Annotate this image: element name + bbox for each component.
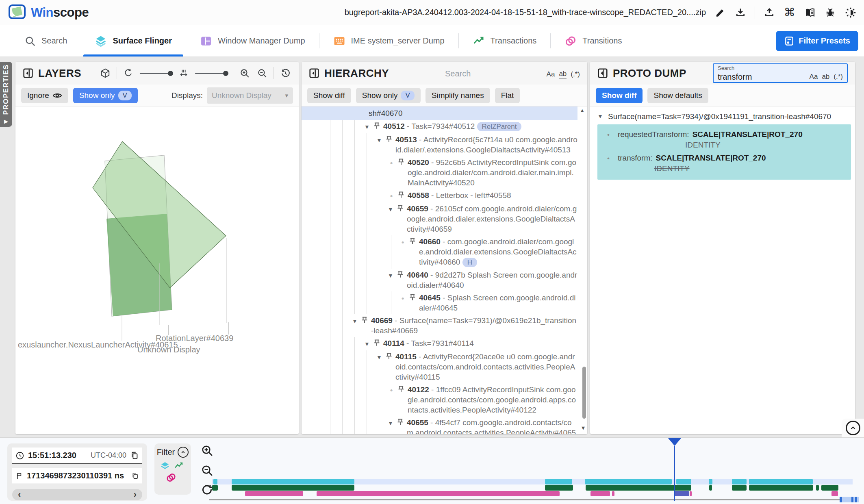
dock-panel-icon[interactable]	[597, 68, 608, 78]
pin-icon[interactable]	[385, 353, 393, 360]
tab-transitions[interactable]: Transitions	[551, 25, 636, 56]
tree-row[interactable]: •40558 - Letterbox - left#40558	[302, 189, 577, 202]
layer-spacing-icon[interactable]	[178, 67, 190, 79]
tree-row[interactable]: ▼40512 - Task=7934#40512 RelZParent	[302, 120, 577, 133]
nanos-time-field[interactable]: 1713469873230110391 ns	[12, 468, 142, 484]
tree-row[interactable]: ▼40114 - Task=7931#40114	[302, 337, 577, 350]
zoom-out-icon[interactable]	[256, 67, 268, 79]
match-case-toggle[interactable]: Aa	[547, 70, 555, 78]
copy-icon[interactable]	[130, 451, 139, 460]
regex-toggle[interactable]: (.*)	[834, 73, 843, 81]
timeline-cursor-line[interactable]	[674, 446, 675, 501]
pin-icon[interactable]	[397, 191, 405, 199]
tree-row[interactable]: •40122 - 1ffcc09 ActivityRecordInputSink…	[302, 383, 577, 416]
match-word-toggle[interactable]: ab	[822, 73, 829, 81]
upload-icon[interactable]	[763, 7, 775, 19]
rotation-slider[interactable]	[140, 73, 172, 74]
timeline-zoom-in-button[interactable]	[201, 444, 214, 457]
transactions-filter-icon[interactable]	[174, 461, 184, 471]
rotate-3d-icon[interactable]	[122, 67, 135, 79]
pin-icon[interactable]	[397, 271, 404, 278]
flat-button[interactable]: Flat	[495, 88, 520, 103]
tree-row[interactable]: ▼40655 - 4f54cf7 com.google.android.cont…	[302, 416, 577, 434]
dark-mode-toggle-icon[interactable]	[844, 7, 857, 19]
pin-icon[interactable]	[409, 294, 416, 301]
layers-3d-canvas[interactable]: RotationLayer#40639 exuslauncher.NexusLa…	[15, 106, 299, 434]
pin-icon[interactable]	[397, 159, 405, 166]
tree-row[interactable]: •40645 - Splash Screen com.google.androi…	[302, 291, 577, 314]
match-word-toggle[interactable]: ab	[559, 70, 567, 78]
regex-toggle[interactable]: (.*)	[571, 70, 580, 78]
documentation-icon[interactable]	[804, 7, 816, 19]
3d-view-icon[interactable]	[99, 67, 111, 79]
reset-view-icon[interactable]	[279, 67, 291, 79]
transitions-filter-icon[interactable]	[166, 472, 176, 483]
human-time-field[interactable]: 15:51:13.230 UTC-04:00	[12, 448, 142, 464]
show-only-button[interactable]: Show only V	[356, 88, 421, 103]
tab-window-manager-dump[interactable]: Window Manager Dump	[186, 25, 319, 56]
tree-row[interactable]: ▼40640 - 9d2d27b Splash Screen com.googl…	[302, 269, 577, 291]
shortcuts-icon[interactable]: ⌘	[784, 7, 796, 19]
timeline-zoom-out-button[interactable]	[201, 464, 214, 477]
report-bug-icon[interactable]	[824, 7, 836, 19]
expand-arrow-icon[interactable]: ▼	[362, 121, 372, 132]
hierarchy-search-input[interactable]: Search Aa ab (.*)	[445, 65, 580, 81]
dock-panel-icon[interactable]	[309, 68, 319, 78]
match-case-toggle[interactable]: Aa	[810, 73, 818, 81]
tree-row[interactable]: ▼40669 - Surface(name=Task=7931)/@0x619e…	[302, 314, 577, 337]
expand-arrow-icon[interactable]: ▼	[350, 315, 360, 326]
show-defaults-button[interactable]: Show defaults	[647, 88, 708, 103]
scroll-down-arrow[interactable]: ▾	[582, 424, 585, 432]
expand-arrow-icon[interactable]: ▼	[362, 338, 372, 349]
next-entry-button[interactable]: ›	[134, 490, 137, 499]
pin-icon[interactable]	[409, 238, 416, 245]
properties-side-tab[interactable]: PROPERTIES ▶	[0, 62, 12, 127]
tree-row[interactable]: ▼40513 - ActivityRecord{5c7f14a u0 com.g…	[302, 133, 577, 156]
ignore-button[interactable]: Ignore	[21, 88, 68, 103]
zoom-in-icon[interactable]	[239, 67, 251, 79]
proto-root-node[interactable]: ▼ Surface(name=Task=7934)/@0x1941191_tra…	[590, 111, 855, 124]
displays-select[interactable]: Unknown Display ▾	[207, 87, 293, 104]
expand-arrow-icon[interactable]: ▼	[385, 270, 396, 281]
tree-row[interactable]: •40520 - 952c6b5 ActivityRecordInputSink…	[302, 156, 577, 189]
pin-icon[interactable]	[397, 419, 404, 426]
tab-ime-system-server-dump[interactable]: IME system_server Dump	[319, 25, 458, 56]
timeline-row-transactions[interactable]	[212, 485, 864, 491]
timeline-axis[interactable]	[209, 499, 859, 500]
surfaceflinger-filter-icon[interactable]	[160, 461, 170, 471]
expand-arrow-icon[interactable]: ▼	[597, 112, 608, 119]
tree-row[interactable]: ▼40659 - 26105cf com.google.android.dial…	[302, 202, 577, 235]
expand-arrow-icon[interactable]: ▼	[385, 417, 396, 428]
edit-filename-icon[interactable]	[714, 7, 726, 19]
pin-icon[interactable]	[373, 339, 380, 347]
expand-arrow-icon[interactable]: ▼	[374, 135, 384, 146]
pin-icon[interactable]	[385, 136, 393, 143]
expand-arrow-icon[interactable]: ▼	[374, 352, 384, 363]
tree-row[interactable]: •40660 - com.google.android.dialer/com.g…	[302, 235, 577, 269]
timeline-row-surfaceflinger[interactable]	[212, 479, 864, 484]
dock-panel-icon[interactable]	[23, 68, 33, 78]
timeline-row-transitions[interactable]	[212, 491, 864, 496]
prev-entry-button[interactable]: ‹	[18, 490, 21, 499]
copy-icon[interactable]	[131, 471, 139, 480]
spacing-slider[interactable]	[195, 73, 228, 74]
tree-row[interactable]: ▼40115 - ActivityRecord{20ace0e u0 com.g…	[302, 350, 577, 383]
expand-arrow-icon[interactable]: ▼	[385, 204, 396, 215]
pin-icon[interactable]	[373, 122, 380, 130]
pin-icon[interactable]	[397, 386, 405, 393]
proto-property-row[interactable]: •transform:SCALE|TRANSLATE|ROT_270	[597, 151, 851, 163]
show-only-button[interactable]: Show only V	[73, 88, 138, 103]
tab-surface-flinger[interactable]: Surface Flinger	[81, 25, 186, 56]
filter-presets-button[interactable]: Filter Presets	[776, 31, 858, 51]
timeline-cursor-handle[interactable]	[668, 438, 682, 446]
download-icon[interactable]	[734, 7, 747, 19]
proto-search-input[interactable]: Search transform Aa ab (.*)	[713, 63, 848, 83]
tree-row[interactable]: sh#40670	[302, 106, 577, 120]
pin-icon[interactable]	[361, 317, 368, 324]
tab-transactions[interactable]: Transactions	[459, 25, 551, 56]
proto-property-row[interactable]: •requestedTransform:SCALE|TRANSLATE|ROT_…	[597, 128, 851, 140]
show-diff-button[interactable]: Show diff	[596, 88, 643, 103]
collapse-timeline-button[interactable]	[846, 421, 860, 435]
hierarchy-scrollbar-thumb[interactable]	[582, 367, 586, 419]
show-diff-button[interactable]: Show diff	[307, 88, 351, 103]
